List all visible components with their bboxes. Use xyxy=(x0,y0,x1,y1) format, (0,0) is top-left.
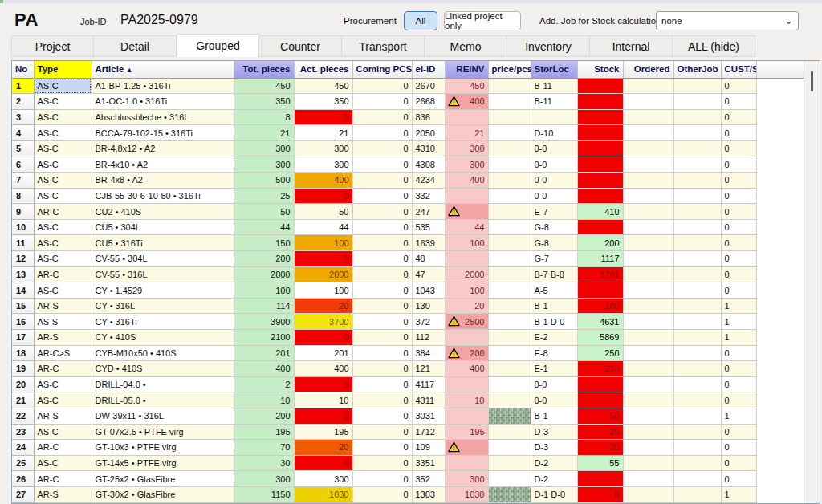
cell-ordered[interactable] xyxy=(623,408,673,424)
cell-tot-pieces[interactable]: 2 xyxy=(234,376,294,392)
cell-stock[interactable]: 5869 xyxy=(577,330,623,346)
tab-all-hide[interactable]: ALL (hide) xyxy=(673,35,755,57)
cell-ordered[interactable] xyxy=(623,424,673,440)
table-row[interactable]: 27AR-SGT-30x2 • GlasFibre115010300130310… xyxy=(12,486,804,502)
cell-tot-pieces[interactable]: 500 xyxy=(234,173,294,189)
cell-type[interactable]: AR-C xyxy=(34,361,92,377)
cell-el-id[interactable]: 352 xyxy=(412,471,445,487)
cell-article[interactable]: CY • 316L xyxy=(92,298,234,314)
cell-reinv[interactable] xyxy=(445,408,488,424)
cell-price-redacted[interactable] xyxy=(488,424,531,440)
cell-no[interactable]: 16 xyxy=(12,314,34,330)
cell-article[interactable]: CY • 410S xyxy=(92,330,234,346)
cell-type[interactable]: AR-C xyxy=(34,440,92,456)
table-row[interactable]: 16AS-SCY • 316Ti3900370003722500B-1 D-04… xyxy=(12,314,804,330)
cell-tot-pieces[interactable]: 44 xyxy=(234,219,294,235)
cell-price-redacted[interactable] xyxy=(488,486,531,502)
cell-otherjob[interactable] xyxy=(673,266,721,282)
cell-price-redacted[interactable] xyxy=(488,109,531,125)
cell-cust-st[interactable]: 1 xyxy=(721,298,756,314)
cell-cust-st[interactable]: 0 xyxy=(721,173,756,189)
cell-price-redacted[interactable] xyxy=(488,235,531,251)
cell-reinv[interactable] xyxy=(445,440,488,456)
table-row[interactable]: 7AS-CBR-4x8 • A2500400042344000-00 xyxy=(12,173,804,189)
cell-storloc[interactable]: B-1 xyxy=(531,298,577,314)
cell-stock[interactable]: 250 xyxy=(577,345,623,361)
cell-reinv[interactable]: 450 xyxy=(445,78,488,94)
cell-article[interactable]: DRILL-04.0 • xyxy=(92,376,234,392)
table-row[interactable]: 21AS-CDRILL-05.0 •101004311100-00 xyxy=(12,392,804,408)
column-header-otherjob[interactable]: OtherJob xyxy=(673,61,721,78)
cell-cust-st[interactable]: 0 xyxy=(721,125,756,141)
cell-act-pieces[interactable]: 100 xyxy=(294,235,352,251)
cell-ordered[interactable] xyxy=(623,78,673,94)
cell-coming-pcs[interactable]: 0 xyxy=(352,392,412,408)
tab-transport[interactable]: Transport xyxy=(342,35,425,57)
cell-type[interactable]: AS-C xyxy=(34,376,92,392)
cell-stock[interactable]: 20 xyxy=(577,440,623,456)
cell-stock[interactable]: 50 xyxy=(577,408,623,424)
cell-act-pieces[interactable]: 0 xyxy=(294,188,352,204)
cell-el-id[interactable]: 121 xyxy=(412,361,445,377)
cell-type[interactable]: AS-C xyxy=(34,173,92,189)
cell-act-pieces[interactable]: 0 xyxy=(294,330,352,346)
cell-reinv[interactable]: 44 xyxy=(445,219,488,235)
cell-stock[interactable] xyxy=(577,125,623,141)
column-header-article[interactable]: Article ▲ xyxy=(92,61,234,78)
cell-tot-pieces[interactable]: 100 xyxy=(234,282,294,299)
table-row[interactable]: 17AR-SCY • 410S210000112E-258691 xyxy=(12,330,804,346)
cell-article[interactable]: GT-30x2 • GlasFibre xyxy=(92,486,234,502)
cell-stock[interactable] xyxy=(577,471,623,487)
vertical-scrollbar[interactable] xyxy=(804,61,820,503)
cell-stock[interactable] xyxy=(577,173,623,189)
cell-coming-pcs[interactable]: 0 xyxy=(352,140,412,156)
cell-storloc[interactable]: B-1 D-0 xyxy=(531,314,577,330)
cell-el-id[interactable]: 247 xyxy=(412,204,445,220)
cell-el-id[interactable]: 2668 xyxy=(412,94,445,110)
cell-coming-pcs[interactable]: 0 xyxy=(352,109,412,125)
cell-act-pieces[interactable]: 1030 xyxy=(294,486,352,502)
cell-reinv[interactable] xyxy=(445,251,488,267)
cell-cust-st[interactable]: 0 xyxy=(721,251,756,267)
cell-price-redacted[interactable] xyxy=(488,345,531,361)
cell-price-redacted[interactable] xyxy=(488,266,531,282)
cell-otherjob[interactable] xyxy=(673,330,721,346)
cell-stock[interactable] xyxy=(577,109,623,125)
cell-article[interactable]: CU2 • 410S xyxy=(92,204,234,220)
cell-act-pieces[interactable]: 2000 xyxy=(294,266,352,282)
cell-storloc[interactable]: 0-0 xyxy=(531,173,577,189)
cell-no[interactable]: 14 xyxy=(12,282,34,299)
cell-reinv[interactable]: 2500 xyxy=(445,314,488,330)
cell-ordered[interactable] xyxy=(623,173,673,189)
cell-ordered[interactable] xyxy=(623,345,673,361)
cell-otherjob[interactable] xyxy=(673,298,721,314)
cell-cust-st[interactable]: 0 xyxy=(721,94,756,110)
cell-cust-st[interactable]: 0 xyxy=(721,345,756,361)
cell-otherjob[interactable] xyxy=(673,109,721,125)
cell-el-id[interactable]: 4117 xyxy=(412,376,445,392)
cell-otherjob[interactable] xyxy=(673,125,721,141)
cell-el-id[interactable]: 332 xyxy=(412,188,445,204)
cell-cust-st[interactable]: 0 xyxy=(721,361,756,377)
cell-price-redacted[interactable] xyxy=(488,282,531,299)
cell-otherjob[interactable] xyxy=(673,361,721,377)
table-row[interactable]: 19AR-CCYD • 410S4004000121400E-12100 xyxy=(12,361,804,377)
procurement-all-button[interactable]: All xyxy=(404,11,437,30)
cell-cust-st[interactable]: 0 xyxy=(721,471,756,487)
cell-stock[interactable] xyxy=(577,282,623,299)
cell-storloc[interactable]: 0-0 xyxy=(531,392,577,408)
cell-price-redacted[interactable] xyxy=(488,361,531,377)
cell-el-id[interactable]: 3031 xyxy=(412,408,445,424)
cell-stock[interactable]: 210 xyxy=(577,361,623,377)
cell-price-redacted[interactable] xyxy=(488,392,531,408)
cell-el-id[interactable]: 47 xyxy=(412,266,445,282)
table-row[interactable]: 9AR-CCU2 • 410S50500247E-74100 xyxy=(12,204,804,220)
cell-coming-pcs[interactable]: 0 xyxy=(352,266,412,282)
cell-el-id[interactable]: 109 xyxy=(412,440,445,456)
cell-reinv[interactable]: 300 xyxy=(445,140,488,156)
cell-no[interactable]: 15 xyxy=(12,298,34,314)
cell-no[interactable]: 20 xyxy=(12,376,34,392)
table-row[interactable]: 8AS-CCJB-55-30-6-10-50 • 316Ti25003320-0… xyxy=(12,188,804,204)
cell-storloc[interactable]: D-2 xyxy=(531,455,577,471)
cell-el-id[interactable]: 1712 xyxy=(412,424,445,440)
